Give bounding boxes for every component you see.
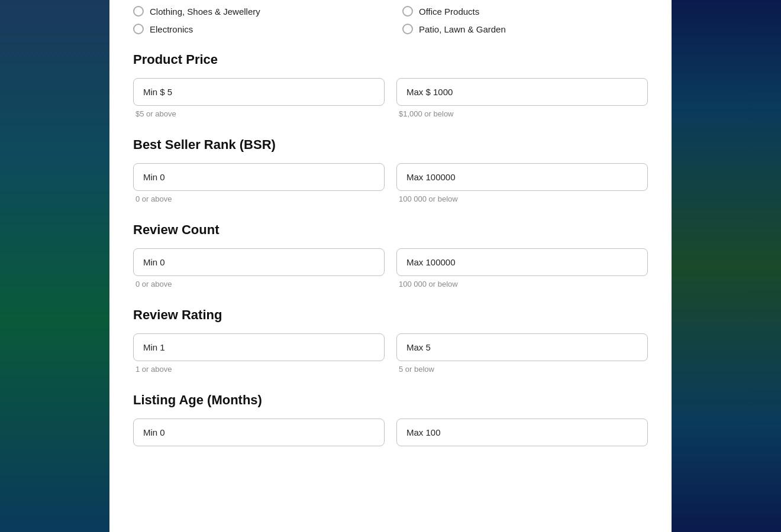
radio-clothing[interactable]: Clothing, Shoes & Jewellery [133, 6, 379, 17]
radio-circle-office [402, 6, 413, 17]
review-rating-max-hint: 5 or below [396, 365, 648, 374]
radio-office[interactable]: Office Products [402, 6, 648, 17]
price-min-hint: $5 or above [133, 109, 385, 118]
radio-label-office: Office Products [419, 7, 479, 17]
product-price-section: Product Price $5 or above $1,000 or belo… [133, 52, 648, 118]
review-rating-min-input[interactable] [133, 333, 385, 361]
bsr-max-hint: 100 000 or below [396, 194, 648, 203]
review-rating-max-wrapper: 5 or below [396, 333, 648, 374]
review-count-min-input[interactable] [133, 248, 385, 276]
review-rating-max-input[interactable] [396, 333, 648, 361]
radio-label-patio: Patio, Lawn & Garden [419, 24, 506, 34]
listing-age-min-input[interactable] [133, 419, 385, 446]
listing-age-title: Listing Age (Months) [133, 392, 648, 408]
review-count-inputs: 0 or above 100 000 or below [133, 248, 648, 288]
radio-circle-electronics [133, 24, 144, 34]
review-rating-inputs: 1 or above 5 or below [133, 333, 648, 374]
review-count-max-wrapper: 100 000 or below [396, 248, 648, 288]
product-price-inputs: $5 or above $1,000 or below [133, 78, 648, 118]
review-rating-title: Review Rating [133, 307, 648, 323]
review-count-title: Review Count [133, 222, 648, 238]
listing-age-inputs [133, 419, 648, 450]
bsr-min-hint: 0 or above [133, 194, 385, 203]
radio-label-electronics: Electronics [150, 24, 193, 34]
radio-circle-patio [402, 24, 413, 34]
review-count-section: Review Count 0 or above 100 000 or below [133, 222, 648, 288]
listing-age-section: Listing Age (Months) [133, 392, 648, 450]
price-max-input[interactable] [396, 78, 648, 106]
main-card: Clothing, Shoes & Jewellery Office Produ… [109, 0, 672, 532]
radio-circle-clothing [133, 6, 144, 17]
bsr-title: Best Seller Rank (BSR) [133, 137, 648, 153]
bsr-min-wrapper: 0 or above [133, 163, 385, 203]
bsr-inputs: 0 or above 100 000 or below [133, 163, 648, 203]
bg-left [0, 0, 109, 532]
bsr-section: Best Seller Rank (BSR) 0 or above 100 00… [133, 137, 648, 203]
listing-age-max-input[interactable] [396, 419, 648, 446]
product-price-title: Product Price [133, 52, 648, 67]
radio-electronics[interactable]: Electronics [133, 24, 379, 34]
price-min-wrapper: $5 or above [133, 78, 385, 118]
review-rating-min-hint: 1 or above [133, 365, 385, 374]
review-count-min-hint: 0 or above [133, 280, 385, 288]
review-count-max-input[interactable] [396, 248, 648, 276]
bg-right [672, 0, 781, 532]
price-min-input[interactable] [133, 78, 385, 106]
review-rating-min-wrapper: 1 or above [133, 333, 385, 374]
bsr-max-input[interactable] [396, 163, 648, 191]
bsr-min-input[interactable] [133, 163, 385, 191]
price-max-wrapper: $1,000 or below [396, 78, 648, 118]
listing-age-min-wrapper [133, 419, 385, 450]
bsr-max-wrapper: 100 000 or below [396, 163, 648, 203]
review-rating-section: Review Rating 1 or above 5 or below [133, 307, 648, 374]
radio-patio[interactable]: Patio, Lawn & Garden [402, 24, 648, 34]
radio-label-clothing: Clothing, Shoes & Jewellery [150, 7, 260, 17]
review-count-max-hint: 100 000 or below [396, 280, 648, 288]
price-max-hint: $1,000 or below [396, 109, 648, 118]
category-group: Clothing, Shoes & Jewellery Office Produ… [133, 0, 648, 34]
listing-age-max-wrapper [396, 419, 648, 450]
review-count-min-wrapper: 0 or above [133, 248, 385, 288]
